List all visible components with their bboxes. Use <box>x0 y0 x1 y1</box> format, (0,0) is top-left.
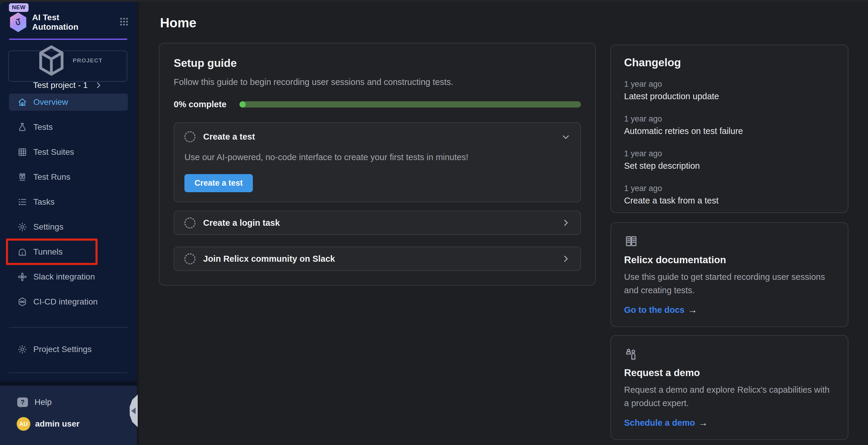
grid-icon <box>17 147 27 157</box>
sidebar-divider <box>9 327 128 328</box>
changelog-time: 1 year ago <box>624 80 835 89</box>
sidebar-item-label: Overview <box>33 97 68 107</box>
setup-progress: 0% complete <box>174 100 581 109</box>
test-runs-icon <box>17 172 27 182</box>
changelog-entry-title: Latest production update <box>624 92 835 101</box>
gear-icon <box>17 344 27 354</box>
setup-guide-title: Setup guide <box>174 57 581 70</box>
setup-step-create-a-test: Create a test Use our AI-powered, no-cod… <box>174 123 581 202</box>
sidebar-nav: Overview Tests Test Suites Test Runs Tas… <box>0 94 137 310</box>
changelog-list: 1 year ago Latest production update 1 ye… <box>624 80 835 206</box>
setup-step-create-login-task[interactable]: Create a login task <box>174 211 581 235</box>
help-icon: ? <box>17 398 28 407</box>
documentation-card: Relicx documentation Use this guide to g… <box>610 222 848 327</box>
accent-divider <box>9 39 127 40</box>
chevron-right-icon <box>561 254 570 263</box>
tunnel-icon <box>17 247 27 257</box>
demo-card-description: Request a demo and explore Relicx's capa… <box>624 383 835 410</box>
sidebar-item-project-settings[interactable]: Project Settings <box>9 341 128 358</box>
sidebar-item-label: Test Suites <box>33 147 74 157</box>
arrow-right-icon: → <box>688 305 697 315</box>
step-title: Create a login task <box>203 218 280 228</box>
step-title: Join Relicx community on Slack <box>203 254 335 264</box>
sidebar-item-label: Settings <box>33 222 63 232</box>
sidebar-item-label: Slack integration <box>33 272 95 282</box>
changelog-entry: 1 year ago Automatic retries on test fai… <box>624 114 835 136</box>
request-demo-card: Request a demo Request a demo and explor… <box>610 335 848 440</box>
help-label: Help <box>34 398 52 407</box>
home-icon <box>17 97 27 107</box>
brand-title: AI Test Automation <box>32 13 95 32</box>
schedule-demo-link[interactable]: Schedule a demo → <box>624 418 835 429</box>
task-list-icon <box>17 197 27 207</box>
sidebar-item-tasks[interactable]: Tasks <box>9 194 128 211</box>
changelog-entry-title: Create a task from a test <box>624 196 835 206</box>
link-label: Schedule a demo <box>624 418 695 428</box>
project-name: Test project - 1 <box>33 80 88 90</box>
sidebar-item-test-runs[interactable]: Test Runs <box>9 168 128 186</box>
flask-icon <box>17 122 27 132</box>
sidebar-divider <box>9 373 128 373</box>
chevron-right-icon <box>561 218 570 227</box>
new-badge: NEW <box>9 3 29 12</box>
progress-bar <box>240 101 581 107</box>
open-book-icon <box>624 234 638 248</box>
changelog-time: 1 year ago <box>624 184 835 193</box>
sidebar-item-label: Test Runs <box>33 172 70 182</box>
apps-grid-icon[interactable] <box>119 16 129 28</box>
step-header[interactable]: Create a test <box>184 131 570 142</box>
app-window: NEW AI Test Automation <box>0 2 868 445</box>
sidebar-secondary-nav: Project Settings <box>0 341 137 358</box>
help-button[interactable]: ? Help <box>0 398 137 407</box>
progress-label: 0% complete <box>174 100 226 109</box>
main-content: Home Setup guide Follow this guide to be… <box>137 2 868 445</box>
sidebar: NEW AI Test Automation <box>0 2 137 445</box>
arrow-right-icon: → <box>699 418 708 429</box>
brand-row: AI Test Automation <box>0 12 137 32</box>
changelog-title: Changelog <box>624 57 835 69</box>
changelog-entry: 1 year ago Create a task from a test <box>624 184 835 206</box>
setup-guide-description: Follow this guide to begin recording use… <box>174 77 581 87</box>
changelog-entry-title: Set step description <box>624 161 835 171</box>
demo-card-title: Request a demo <box>624 367 835 378</box>
project-label: PROJECT <box>73 57 103 64</box>
create-a-test-button[interactable]: Create a test <box>184 174 253 192</box>
sidebar-item-overview[interactable]: Overview <box>9 94 128 111</box>
cicd-hexagon-icon <box>17 297 27 307</box>
sidebar-item-tunnels[interactable]: Tunnels <box>9 243 128 261</box>
step-title: Create a test <box>203 132 255 142</box>
changelog-entry: 1 year ago Set step description <box>624 149 835 171</box>
incomplete-step-icon <box>184 217 195 229</box>
go-to-docs-link[interactable]: Go to the docs → <box>624 305 835 315</box>
sidebar-item-test-suites[interactable]: Test Suites <box>9 143 128 161</box>
incomplete-step-icon <box>184 253 195 264</box>
sidebar-item-cicd-integration[interactable]: CI-CD integration <box>9 293 128 310</box>
setup-step-join-slack[interactable]: Join Relicx community on Slack <box>174 246 581 271</box>
project-selector[interactable]: PROJECT Test project - 1 <box>8 50 127 82</box>
changelog-entry: 1 year ago Latest production update <box>624 80 835 101</box>
user-menu[interactable]: AU admin user <box>0 417 137 431</box>
incomplete-step-icon <box>184 131 195 142</box>
changelog-time: 1 year ago <box>624 114 835 124</box>
user-name: admin user <box>35 419 80 429</box>
docs-card-description: Use this guide to get started recording … <box>624 270 835 297</box>
slack-icon <box>17 272 27 282</box>
sidebar-item-label: CI-CD integration <box>33 297 98 307</box>
sidebar-item-label: Tasks <box>33 197 55 207</box>
gear-icon <box>17 222 27 232</box>
changelog-card: Changelog 1 year ago Latest production u… <box>610 44 848 213</box>
docs-card-title: Relicx documentation <box>624 254 835 266</box>
changelog-entry-title: Automatic retries on test failure <box>624 126 835 136</box>
sidebar-bottom-panel: ? Help AU admin user <box>0 381 137 445</box>
page-title: Home <box>160 15 196 30</box>
sidebar-item-settings[interactable]: Settings <box>9 218 128 236</box>
avatar: AU <box>17 417 30 431</box>
setup-guide-card: Setup guide Follow this guide to begin r… <box>159 43 596 285</box>
sidebar-item-slack-integration[interactable]: Slack integration <box>9 268 128 285</box>
progress-knob <box>240 101 246 107</box>
sidebar-item-tests[interactable]: Tests <box>9 118 128 136</box>
link-label: Go to the docs <box>624 305 684 315</box>
cube-icon <box>33 42 70 79</box>
app-logo-icon <box>9 12 27 32</box>
step-description: Use our AI-powered, no-code interface to… <box>184 152 570 162</box>
